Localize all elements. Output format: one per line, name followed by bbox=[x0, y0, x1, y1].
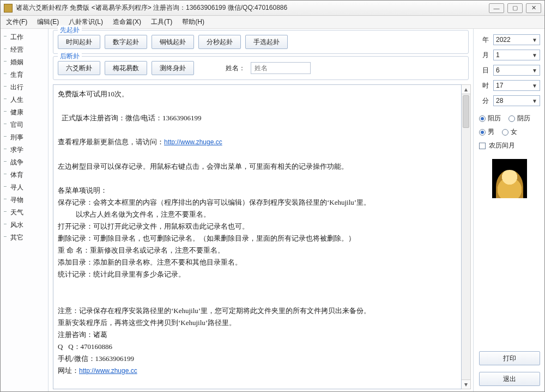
window-title: 诸葛六爻断卦程序 免费版 <诸葛易学系列程序> 注册咨询：13663906199… bbox=[16, 3, 287, 13]
tree-item[interactable]: 人生 bbox=[1, 94, 48, 106]
menu-item[interactable]: 造命篇(X) bbox=[113, 17, 141, 27]
cast-button[interactable]: 铜钱起卦 bbox=[152, 35, 194, 49]
minute-label: 分 bbox=[479, 96, 489, 106]
main-textarea[interactable]: 免费版本可试用10次。 正式版本注册咨询：微信/电话：13663906199 查… bbox=[53, 84, 462, 389]
tree-item[interactable]: 官司 bbox=[1, 119, 48, 131]
year-select[interactable]: 2022▼ bbox=[493, 34, 540, 45]
group-second-judge: 后断卦 六爻断卦梅花易数测终身卦 姓名： bbox=[53, 56, 469, 80]
scroll-thumb[interactable] bbox=[463, 95, 469, 128]
print-button[interactable]: 打印 bbox=[479, 351, 540, 365]
tree-item[interactable]: 寻人 bbox=[1, 181, 48, 194]
deity-image bbox=[492, 159, 527, 198]
tree-item[interactable]: 寻物 bbox=[1, 194, 48, 206]
cast-button[interactable]: 数字起卦 bbox=[105, 35, 147, 49]
right-panel: 年2022▼ 月1▼ 日6▼ 时17▼ 分28▼ 阳历 阴历 男 女 农历闰月 … bbox=[474, 29, 544, 391]
chevron-down-icon: ▼ bbox=[532, 68, 537, 74]
sidebar-tree[interactable]: 工作经营婚姻生育出行人生健康官司刑事求学战争体育寻人寻物天气风水其它 bbox=[1, 29, 49, 391]
checkbox-leap-month[interactable] bbox=[479, 143, 486, 149]
radio-solar[interactable]: 阳历 bbox=[479, 114, 501, 123]
tree-item[interactable]: 体育 bbox=[1, 169, 48, 181]
year-label: 年 bbox=[479, 35, 489, 45]
chevron-down-icon: ▼ bbox=[532, 83, 537, 89]
tree-item[interactable]: 求学 bbox=[1, 144, 48, 156]
menu-item[interactable]: 工具(T) bbox=[151, 17, 172, 27]
leap-label: 农历闰月 bbox=[489, 141, 515, 150]
menu-item[interactable]: 编辑(E) bbox=[37, 17, 59, 27]
tree-item[interactable]: 其它 bbox=[1, 231, 48, 244]
radio-lunar[interactable]: 阴历 bbox=[508, 114, 530, 123]
tree-item[interactable]: 战争 bbox=[1, 156, 48, 169]
maximize-button[interactable]: ▢ bbox=[507, 3, 523, 13]
app-icon bbox=[4, 4, 13, 13]
link[interactable]: http://www.zhuge.cc bbox=[164, 138, 222, 146]
chevron-down-icon: ▼ bbox=[532, 37, 537, 43]
tree-item[interactable]: 出行 bbox=[1, 81, 48, 94]
menu-item[interactable]: 文件(F) bbox=[6, 17, 27, 27]
group-legend-second: 后断卦 bbox=[58, 52, 82, 61]
day-label: 日 bbox=[479, 66, 489, 75]
exit-button[interactable]: 退出 bbox=[479, 372, 540, 386]
tree-item[interactable]: 婚姻 bbox=[1, 56, 48, 69]
hour-label: 时 bbox=[479, 81, 489, 90]
tree-item[interactable]: 经营 bbox=[1, 44, 48, 56]
day-select[interactable]: 6▼ bbox=[493, 65, 540, 76]
cast-button[interactable]: 分秒起卦 bbox=[198, 35, 241, 49]
tree-item[interactable]: 刑事 bbox=[1, 131, 48, 144]
chevron-down-icon: ▼ bbox=[532, 52, 537, 58]
cast-button[interactable]: 手选起卦 bbox=[245, 35, 288, 49]
radio-male[interactable]: 男 bbox=[479, 127, 494, 137]
cast-button[interactable]: 梅花易数 bbox=[105, 61, 147, 75]
tree-item[interactable]: 生育 bbox=[1, 69, 48, 81]
month-label: 月 bbox=[479, 51, 489, 60]
cast-button[interactable]: 测终身卦 bbox=[152, 61, 194, 75]
minimize-button[interactable]: — bbox=[489, 3, 504, 13]
tree-item[interactable]: 健康 bbox=[1, 106, 48, 119]
scroll-up-icon[interactable]: ▴ bbox=[462, 85, 470, 94]
scrollbar-vertical[interactable]: ▴ ▾ bbox=[462, 84, 471, 389]
hour-select[interactable]: 17▼ bbox=[493, 80, 540, 91]
cast-button[interactable]: 时间起卦 bbox=[58, 35, 100, 49]
tree-item[interactable]: 天气 bbox=[1, 206, 48, 219]
menu-item[interactable]: 帮助(H) bbox=[182, 17, 204, 27]
name-input[interactable] bbox=[251, 62, 311, 74]
menu-bar: 文件(F)编辑(E)八卦常识(L)造命篇(X)工具(T)帮助(H) bbox=[1, 16, 544, 29]
cast-button[interactable]: 六爻断卦 bbox=[58, 61, 100, 75]
tree-item[interactable]: 风水 bbox=[1, 219, 48, 231]
minute-select[interactable]: 28▼ bbox=[493, 95, 540, 106]
scroll-down-icon[interactable]: ▾ bbox=[462, 379, 470, 389]
title-bar: 诸葛六爻断卦程序 免费版 <诸葛易学系列程序> 注册咨询：13663906199… bbox=[1, 1, 544, 16]
group-legend-first: 先起卦 bbox=[58, 26, 82, 35]
link[interactable]: http://www.zhuge.cc bbox=[79, 367, 137, 375]
name-label: 姓名： bbox=[226, 64, 245, 73]
close-button[interactable]: ✕ bbox=[526, 3, 541, 13]
chevron-down-icon: ▼ bbox=[532, 98, 537, 104]
scroll-track[interactable] bbox=[462, 94, 470, 379]
tree-item[interactable]: 工作 bbox=[1, 31, 48, 44]
month-select[interactable]: 1▼ bbox=[493, 50, 540, 60]
group-first-cast: 先起卦 时间起卦数字起卦铜钱起卦分秒起卦手选起卦 bbox=[53, 30, 469, 54]
radio-female[interactable]: 女 bbox=[502, 127, 517, 137]
